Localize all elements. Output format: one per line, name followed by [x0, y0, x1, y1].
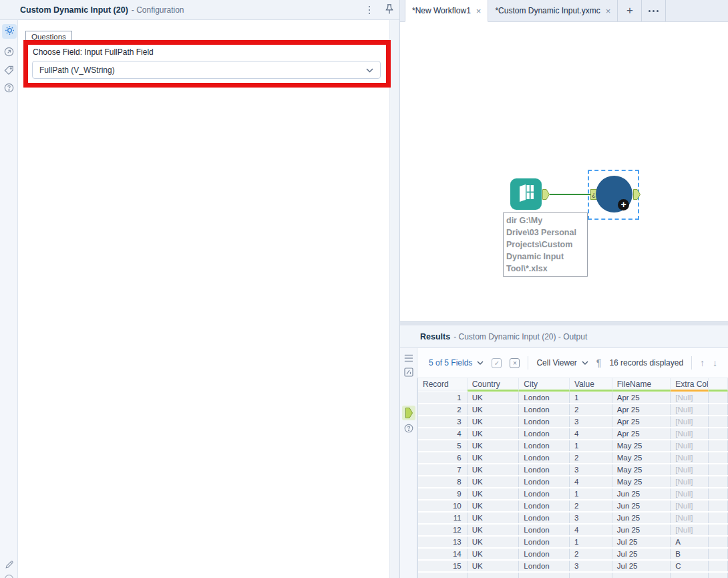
- new-tab-button[interactable]: +: [618, 0, 642, 21]
- table-cell[interactable]: London: [519, 440, 570, 451]
- table-cell[interactable]: [Null]: [671, 488, 709, 499]
- table-cell[interactable]: 3: [570, 561, 612, 571]
- table-cell[interactable]: UK: [468, 476, 520, 487]
- column-header-partial[interactable]: [709, 378, 728, 392]
- table-cell[interactable]: 1: [570, 392, 612, 403]
- directory-output-anchor[interactable]: [542, 189, 550, 200]
- table-cell[interactable]: [671, 573, 709, 578]
- table-cell[interactable]: London: [519, 500, 570, 511]
- pin-icon[interactable]: [385, 4, 394, 17]
- workflow-canvas[interactable]: ¿ + dir G:\MyDrive\03 PersonalProjects\C…: [400, 22, 728, 321]
- table-cell[interactable]: 2: [570, 549, 612, 559]
- table-cell[interactable]: London: [519, 428, 570, 439]
- table-cell[interactable]: London: [519, 476, 570, 487]
- table-cell[interactable]: 1: [418, 392, 468, 403]
- table-cell[interactable]: 4: [570, 476, 612, 487]
- table-cell[interactable]: [Null]: [671, 404, 709, 415]
- table-cell[interactable]: [418, 573, 468, 578]
- table-cell[interactable]: [709, 392, 728, 403]
- table-cell[interactable]: 3: [570, 416, 612, 427]
- table-cell[interactable]: UK: [468, 561, 520, 571]
- table-cell[interactable]: 8: [418, 476, 468, 487]
- table-cell[interactable]: London: [519, 452, 570, 463]
- deselect-xbox-icon[interactable]: ×: [510, 358, 520, 368]
- table-cell[interactable]: 5: [418, 440, 468, 451]
- scroll-up-icon[interactable]: ↑: [700, 357, 705, 368]
- close-icon[interactable]: ×: [476, 6, 482, 16]
- table-cell[interactable]: London: [519, 561, 570, 571]
- table-cell[interactable]: [709, 488, 728, 499]
- table-cell[interactable]: London: [519, 537, 570, 547]
- tag-icon[interactable]: [4, 65, 14, 76]
- table-cell[interactable]: 6: [418, 452, 468, 463]
- table-cell[interactable]: [612, 573, 671, 578]
- table-cell[interactable]: [709, 537, 728, 547]
- table-cell[interactable]: Jun 25: [612, 488, 671, 499]
- column-header-extra-col[interactable]: Extra Col: [671, 378, 709, 392]
- settings-tab-active[interactable]: [2, 24, 17, 39]
- table-cell[interactable]: 2: [570, 404, 612, 415]
- kebab-menu-icon[interactable]: [365, 3, 375, 17]
- table-cell[interactable]: 3: [570, 464, 612, 475]
- output-anchor-selector[interactable]: [402, 406, 415, 420]
- table-cell[interactable]: 3: [570, 513, 612, 523]
- table-cell[interactable]: UK: [468, 488, 520, 499]
- column-header-filename[interactable]: FileName: [612, 378, 671, 392]
- table-cell[interactable]: [468, 573, 520, 578]
- help-icon[interactable]: [4, 83, 14, 93]
- column-header-record[interactable]: Record: [418, 378, 468, 392]
- table-cell[interactable]: C: [671, 561, 709, 571]
- table-cell[interactable]: [Null]: [671, 500, 709, 511]
- table-cell[interactable]: 3: [418, 416, 468, 427]
- table-cell[interactable]: Apr 25: [612, 404, 671, 415]
- column-header-value[interactable]: Value: [570, 378, 612, 392]
- table-cell[interactable]: London: [519, 488, 570, 499]
- table-cell[interactable]: UK: [468, 440, 520, 451]
- table-cell[interactable]: London: [519, 416, 570, 427]
- table-cell[interactable]: 2: [570, 500, 612, 511]
- table-cell[interactable]: 14: [418, 549, 468, 559]
- table-cell[interactable]: Jul 25: [612, 561, 671, 571]
- table-cell[interactable]: 11: [418, 513, 468, 523]
- fields-dropdown[interactable]: 5 of 5 Fields: [429, 358, 484, 368]
- table-cell[interactable]: 12: [418, 525, 468, 535]
- navigate-icon[interactable]: [4, 47, 14, 57]
- table-cell[interactable]: 4: [570, 428, 612, 439]
- macro-output-anchor[interactable]: [633, 189, 641, 200]
- table-cell[interactable]: [Null]: [671, 476, 709, 487]
- table-cell[interactable]: May 25: [612, 476, 671, 487]
- table-cell[interactable]: UK: [468, 428, 520, 439]
- table-cell[interactable]: [709, 573, 728, 578]
- select-all-checkbox-icon[interactable]: ✓: [492, 358, 502, 368]
- connection-wire[interactable]: [550, 194, 591, 195]
- table-cell[interactable]: [709, 476, 728, 487]
- metadata-icon[interactable]: [404, 368, 413, 379]
- table-cell[interactable]: Apr 25: [612, 428, 671, 439]
- close-icon[interactable]: ×: [606, 6, 611, 16]
- table-cell[interactable]: UK: [468, 392, 520, 403]
- table-cell[interactable]: UK: [468, 537, 520, 547]
- directory-tool[interactable]: [510, 178, 542, 210]
- table-cell[interactable]: [709, 452, 728, 463]
- scroll-down-icon[interactable]: ↓: [713, 357, 717, 368]
- table-cell[interactable]: 1: [570, 537, 612, 547]
- table-cell[interactable]: Jun 25: [612, 513, 671, 523]
- table-cell[interactable]: [709, 440, 728, 451]
- list-view-icon[interactable]: [404, 354, 413, 364]
- table-cell[interactable]: B: [671, 549, 709, 559]
- table-cell[interactable]: [Null]: [671, 428, 709, 439]
- table-cell[interactable]: 10: [418, 500, 468, 511]
- table-cell[interactable]: London: [519, 464, 570, 475]
- table-cell[interactable]: Apr 25: [612, 392, 671, 403]
- table-cell[interactable]: Jun 25: [612, 500, 671, 511]
- results-help-icon[interactable]: [404, 424, 413, 435]
- table-cell[interactable]: 2: [570, 452, 612, 463]
- table-cell[interactable]: London: [519, 549, 570, 559]
- table-cell[interactable]: 2: [418, 404, 468, 415]
- table-cell[interactable]: London: [519, 513, 570, 523]
- table-cell[interactable]: 7: [418, 464, 468, 475]
- table-cell[interactable]: [709, 525, 728, 535]
- table-cell[interactable]: UK: [468, 525, 520, 535]
- table-cell[interactable]: May 25: [612, 464, 671, 475]
- table-cell[interactable]: [709, 561, 728, 571]
